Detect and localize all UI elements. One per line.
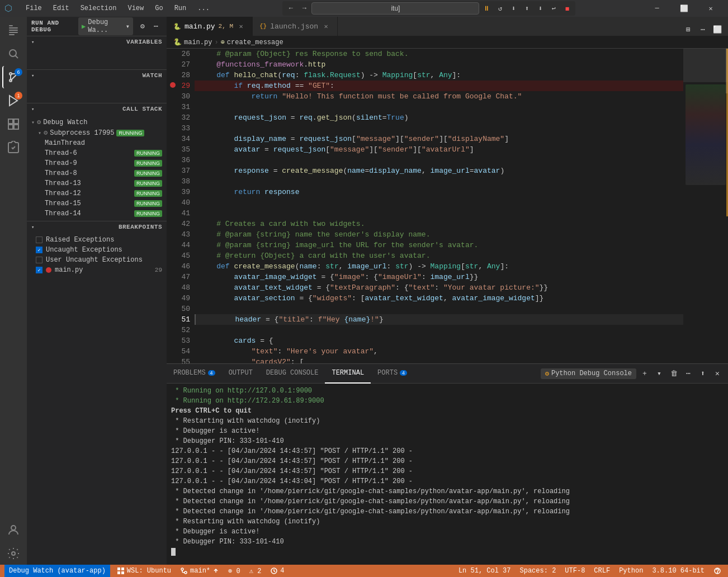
panel-tab-debug-console[interactable]: DEBUG CONSOLE bbox=[259, 364, 325, 384]
status-wsl[interactable]: WSL: Ubuntu bbox=[115, 565, 173, 577]
panel-trash-btn[interactable]: 🗑 bbox=[668, 367, 680, 380]
menu-selection[interactable]: Selection bbox=[76, 3, 121, 13]
debug-continue-btn[interactable]: ↩ bbox=[547, 3, 560, 14]
thread-mainthread[interactable]: MainThread bbox=[27, 138, 167, 148]
status-spaces[interactable]: Spaces: 2 bbox=[518, 565, 559, 577]
tab-close-launch[interactable]: ✕ bbox=[322, 22, 330, 31]
debug-restart-btn[interactable]: ↺ bbox=[494, 3, 506, 14]
activity-run-debug[interactable]: 1 bbox=[2, 89, 25, 112]
close-btn[interactable]: ✕ bbox=[698, 0, 724, 17]
code-content[interactable]: # @param {Object} res Response to send b… bbox=[195, 49, 683, 363]
thread-14[interactable]: Thread-14 RUNNING bbox=[27, 209, 167, 219]
menu-go[interactable]: Go bbox=[150, 3, 167, 13]
breadcrumb-function[interactable]: create_message bbox=[227, 39, 283, 46]
activity-search[interactable] bbox=[2, 42, 25, 65]
panel-more-btn[interactable]: ⋯ bbox=[682, 367, 694, 380]
variables-header[interactable]: ▾ VARIABLES bbox=[27, 36, 167, 48]
bp-main-py[interactable]: ✓ main.py 29 bbox=[27, 265, 167, 275]
panel-tab-problems[interactable]: PROBLEMS 4 bbox=[167, 364, 222, 384]
debug-back-btn[interactable]: ← bbox=[285, 3, 297, 14]
line-numbers: 26 27 28 29 30 31 32 33 34 35 36 37 38 bbox=[167, 49, 195, 363]
panel-close-btn[interactable]: ✕ bbox=[711, 367, 724, 380]
maximize-btn[interactable]: ⬜ bbox=[671, 0, 697, 17]
bp-checkbox-mainpy[interactable]: ✓ bbox=[36, 267, 42, 273]
bp-uncaught-exceptions[interactable]: ✓ Uncaught Exceptions bbox=[27, 245, 167, 255]
code-line-40 bbox=[195, 197, 683, 208]
activity-settings[interactable] bbox=[2, 542, 25, 565]
debug-gear-btn[interactable]: ⚙ bbox=[136, 20, 149, 32]
panel-tab-ports[interactable]: PORTS 4 bbox=[371, 364, 414, 384]
thread-6[interactable]: Thread-6 RUNNING bbox=[27, 148, 167, 158]
bp-checkbox-user-uncaught[interactable] bbox=[36, 257, 42, 263]
terminal-line-11: * Detected change in '/home/pierrick/git… bbox=[171, 486, 724, 496]
python-console-label: Python Debug Console bbox=[551, 370, 632, 377]
debug-forward-btn[interactable]: → bbox=[298, 3, 310, 14]
activity-testing[interactable] bbox=[2, 136, 25, 159]
debug-status-name[interactable]: Debug Watch (avatar-app) bbox=[4, 565, 110, 577]
search-input[interactable] bbox=[311, 2, 479, 15]
activity-extensions[interactable] bbox=[2, 113, 25, 135]
bp-checkbox-raised[interactable] bbox=[36, 237, 42, 243]
activity-explorer[interactable] bbox=[2, 19, 25, 41]
debug-stop-btn[interactable]: ◼ bbox=[561, 3, 573, 14]
menu-file[interactable]: File bbox=[21, 3, 46, 13]
menu-more[interactable]: ... bbox=[193, 3, 214, 13]
python-console-btn[interactable]: ⚙ Python Debug Console bbox=[541, 368, 636, 379]
menu-view[interactable]: View bbox=[123, 3, 148, 13]
tab-main-py[interactable]: 🐍 main.py 2, M ✕ bbox=[167, 17, 253, 36]
watch-header[interactable]: ▾ WATCH bbox=[27, 70, 167, 81]
tab-close-main[interactable]: ✕ bbox=[237, 22, 245, 31]
debug-more-btn[interactable]: ⋯ bbox=[150, 20, 162, 32]
more-actions-btn[interactable]: ⋯ bbox=[697, 23, 709, 36]
debug-out-btn[interactable]: ⬇ bbox=[534, 3, 546, 14]
status-language[interactable]: Python bbox=[617, 565, 645, 577]
thread-8[interactable]: Thread-8 RUNNING bbox=[27, 168, 167, 178]
activity-source-control[interactable]: 6 bbox=[2, 66, 25, 88]
tab-launch-json[interactable]: {} launch.json ✕ bbox=[253, 17, 338, 36]
menu-run[interactable]: Run bbox=[170, 3, 191, 13]
line-num-45: 45 bbox=[171, 250, 190, 261]
bp-raised-exceptions[interactable]: Raised Exceptions bbox=[27, 235, 167, 245]
status-processes[interactable]: 4 bbox=[268, 565, 286, 577]
call-stack-header[interactable]: ▾ CALL STACK bbox=[27, 103, 167, 115]
breakpoints-header[interactable]: ▾ BREAKPOINTS bbox=[27, 221, 167, 233]
call-stack-group-subprocess[interactable]: ▾ ⚙ Subprocess 17995 RUNNING bbox=[27, 127, 167, 138]
debug-pause-btn[interactable]: ⏸ bbox=[480, 3, 493, 14]
terminal-content[interactable]: * Running on http://127.0.0.1:9000 * Run… bbox=[167, 384, 728, 565]
minimize-btn[interactable]: ─ bbox=[644, 0, 670, 17]
debug-over-btn[interactable]: ⬇ bbox=[507, 3, 519, 14]
panel-tab-terminal[interactable]: TERMINAL bbox=[325, 364, 371, 384]
code-line-39: return response bbox=[195, 187, 683, 197]
call-stack-group-debug-watch[interactable]: ▾ ⚙ Debug Watch bbox=[27, 117, 167, 127]
main-layout: 6 1 RUN AND DEBUG ▶ Debug Wa... bbox=[0, 17, 728, 565]
panel-tab-output[interactable]: OUTPUT bbox=[222, 364, 259, 384]
running-badge: RUNNING bbox=[116, 130, 144, 136]
status-git[interactable]: main* bbox=[178, 565, 221, 577]
split-editor-btn[interactable]: ⊞ bbox=[682, 23, 694, 36]
panel-maximize-btn[interactable]: ⬆ bbox=[697, 367, 709, 380]
status-line-ending[interactable]: CRLF bbox=[592, 565, 612, 577]
activity-account[interactable] bbox=[2, 519, 25, 541]
editor-area: 🐍 main.py 2, M ✕ {} launch.json ✕ ⊞ ⋯ ⬜ … bbox=[167, 17, 728, 565]
status-position[interactable]: Ln 51, Col 37 bbox=[456, 565, 513, 577]
status-feedback[interactable] bbox=[711, 565, 724, 577]
thread-9[interactable]: Thread-9 RUNNING bbox=[27, 158, 167, 168]
bp-checkbox-uncaught[interactable]: ✓ bbox=[36, 247, 42, 253]
status-arch[interactable]: 3.8.10 64-bit bbox=[650, 565, 707, 577]
breadcrumb-fn-icon: ⊕ bbox=[221, 38, 225, 46]
thread-12[interactable]: Thread-12 RUNNING bbox=[27, 188, 167, 198]
menu-edit[interactable]: Edit bbox=[49, 3, 74, 13]
debug-into-btn[interactable]: ⬆ bbox=[521, 3, 533, 14]
panel-add-btn[interactable]: + bbox=[639, 367, 651, 380]
thread-15[interactable]: Thread-15 RUNNING bbox=[27, 198, 167, 209]
thread-13[interactable]: Thread-13 RUNNING bbox=[27, 178, 167, 188]
status-warnings[interactable]: ⚠ 2 bbox=[247, 565, 264, 577]
warnings-label: ⚠ 2 bbox=[249, 567, 262, 575]
panel-chevron-btn[interactable]: ▾ bbox=[653, 367, 665, 380]
status-errors[interactable]: ⊗ 0 bbox=[226, 565, 243, 577]
breadcrumb-file[interactable]: main.py bbox=[184, 39, 212, 46]
status-encoding[interactable]: UTF-8 bbox=[562, 565, 587, 577]
bp-user-uncaught-exceptions[interactable]: User Uncaught Exceptions bbox=[27, 255, 167, 265]
debug-config-selector[interactable]: ▶ Debug Wa... ▾ bbox=[78, 17, 133, 35]
toggle-panel-btn[interactable]: ⬜ bbox=[711, 23, 724, 36]
